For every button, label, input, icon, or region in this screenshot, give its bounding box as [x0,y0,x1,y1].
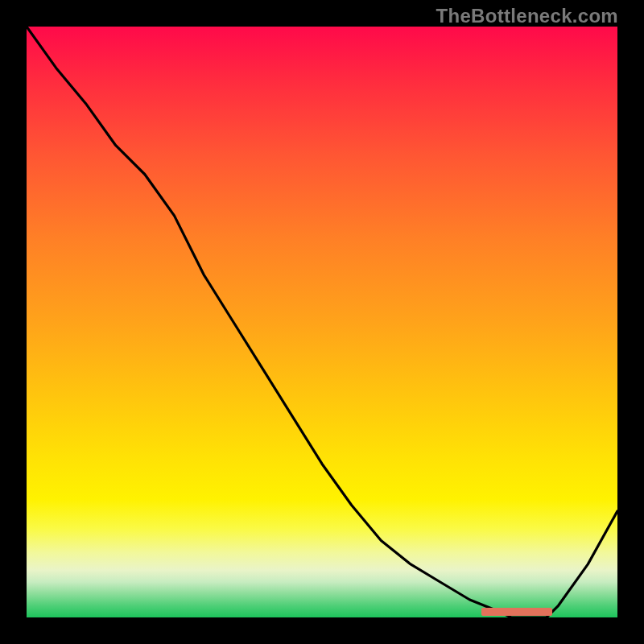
bottleneck-curve [27,27,617,617]
curve-layer [27,27,617,617]
watermark-text: TheBottleneck.com [436,5,618,27]
plot-area [27,27,617,617]
optimal-range-marker [481,608,552,616]
chart-stage: TheBottleneck.com [0,0,644,644]
